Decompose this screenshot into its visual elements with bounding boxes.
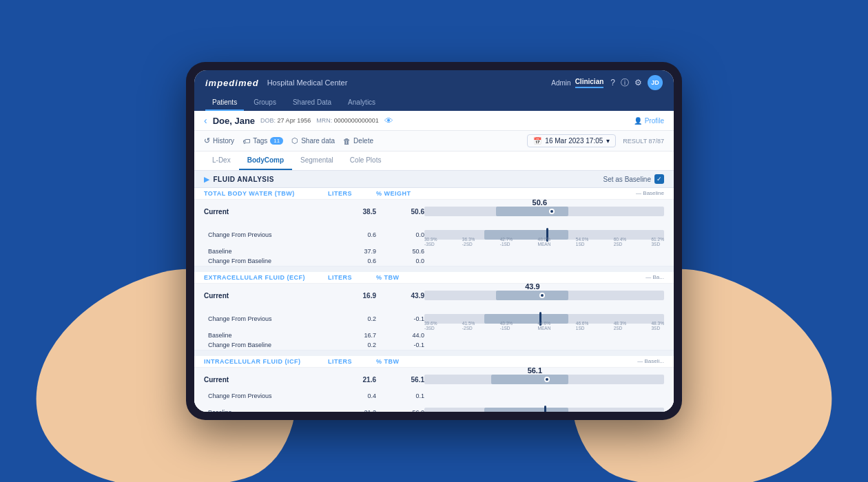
icf-section: Intracellular Fluid (ICF) LITERS % TBW —…	[194, 356, 674, 412]
nav-right: Admin Clinician ? ⓘ ⚙ JD	[551, 75, 663, 90]
ecf-change-base-pct: -0.1	[376, 342, 424, 348]
tab-ldex[interactable]: L-Dex	[204, 151, 239, 170]
ecf-baseline-pct: 44.0	[376, 332, 424, 339]
nav-icons: ? ⓘ ⚙ JD	[610, 75, 663, 90]
icf-current-liters: 21.6	[328, 376, 376, 384]
tbw-change-base-row: Change From Baseline 0.6 0.0	[194, 256, 674, 266]
ecf-scale: 39.6%-3SD 41.5%-2SD 43.3%-1SD 44.6%MEAN …	[424, 321, 664, 331]
tab-cole-plots[interactable]: Cole Plots	[342, 151, 390, 170]
share-icon: ⬡	[291, 136, 298, 145]
ecf-value-label: 43.9	[525, 282, 539, 291]
icf-change-prev-liters: 0.4	[328, 392, 376, 399]
back-button[interactable]: ‹	[204, 115, 207, 126]
date-selector[interactable]: 📅 16 Mar 2023 17:05 ▾	[527, 134, 616, 147]
history-icon: ↺	[204, 136, 210, 145]
nav-left: impedimed Hospital Medical Center	[205, 78, 347, 88]
tab-segmental[interactable]: Segmental	[292, 151, 342, 170]
clinician-label[interactable]: Clinician	[575, 78, 604, 88]
baseline-control: Set as Baseline ✓	[603, 174, 665, 184]
tab-bodycomp[interactable]: BodyComp	[239, 151, 292, 170]
icf-chart: 56.1	[424, 369, 664, 390]
tbw-baseline-label: Baseline	[204, 248, 328, 255]
tab-patients[interactable]: Patients	[205, 95, 244, 111]
ecf-chart-prev: 39.6%-3SD 41.5%-2SD 43.3%-1SD 44.6%MEAN …	[424, 308, 664, 329]
icf-value-label: 56.1	[528, 366, 542, 375]
tbw-baseline-dot	[549, 209, 555, 214]
tbw-current-liters: 38.5	[328, 208, 376, 216]
tag-icon: 🏷	[242, 137, 250, 145]
tbw-current-row: Current 38.5 50.6 50.6	[194, 200, 674, 223]
tbw-change-prev-label: Change From Previous	[204, 231, 328, 238]
ecf-chart-header: — Ba...	[424, 274, 664, 281]
action-bar: ↺ History 🏷 Tags 11 ⬡ Share data 🗑 D	[194, 131, 674, 151]
section-title: ▶ FLUID ANALYSIS	[204, 176, 274, 183]
history-button[interactable]: ↺ History	[204, 136, 234, 145]
hospital-name: Hospital Medical Center	[267, 78, 348, 87]
tbw-baseline-pct: 50.6	[376, 248, 424, 255]
ecf-change-prev-liters: 0.2	[328, 315, 376, 322]
ecf-chart-mid	[496, 291, 568, 300]
share-data-button[interactable]: ⬡ Share data	[291, 136, 335, 145]
nav-mode: Admin Clinician	[551, 78, 603, 88]
eye-icon[interactable]: 👁	[384, 116, 393, 126]
calendar-icon: 📅	[533, 137, 541, 145]
ecf-current-liters: 16.9	[328, 292, 376, 300]
tbw-change-base-pct: 0.0	[376, 258, 424, 264]
tbw-current-pct: 50.6	[376, 208, 424, 216]
tbw-chart-prev: 30.9%-3SD 36.3%-2SD 42.7%-1SD 48.0%MEAN …	[424, 224, 664, 245]
section-chevron[interactable]: ▶	[204, 176, 210, 183]
icf-header-row: Intracellular Fluid (ICF) LITERS % TBW —…	[194, 356, 674, 368]
tab-analytics[interactable]: Analytics	[341, 95, 382, 111]
tbw-section: Total Body Water (TBW) LITERS % WEIGHT —…	[194, 188, 674, 266]
brand-logo: impedimed	[205, 78, 259, 88]
icf-name-header: Intracellular Fluid (ICF)	[204, 358, 328, 365]
admin-label[interactable]: Admin	[551, 79, 570, 87]
action-left: ↺ History 🏷 Tags 11 ⬡ Share data 🗑 D	[204, 136, 373, 145]
tbw-chart: 50.6	[424, 201, 664, 222]
ecf-change-prev-label: Change From Previous	[204, 315, 328, 322]
tbw-chart-mid	[496, 207, 568, 216]
icf-chart-mid	[491, 375, 568, 384]
icf-liters-header: LITERS	[328, 358, 376, 365]
patient-dob: DOB: 27 Apr 1956	[260, 117, 311, 124]
patient-header: ‹ Doe, Jane DOB: 27 Apr 1956 MRN: 000000…	[194, 111, 674, 131]
tbw-pct-header: % WEIGHT	[376, 190, 424, 197]
baseline-checkbox[interactable]: ✓	[654, 174, 664, 184]
question-icon[interactable]: ?	[610, 78, 615, 87]
tags-button[interactable]: 🏷 Tags 11	[242, 137, 283, 145]
top-navigation: impedimed Hospital Medical Center Admin …	[194, 70, 674, 95]
tbw-name-header: Total Body Water (TBW)	[204, 190, 328, 197]
icf-baseline-liters: 21.2	[328, 409, 376, 412]
baseline-legend-tbw: — Baseline	[636, 190, 664, 196]
divider-2	[194, 350, 674, 356]
ecf-change-prev-row: Change From Previous 0.2 -0.1 39.6%-3SD …	[194, 307, 674, 331]
icf-baseline-label: Baseline	[204, 409, 328, 412]
tbw-liters-header: LITERS	[328, 190, 376, 197]
icf-change-prev-label: Change From Previous	[204, 392, 328, 399]
ecf-baseline-label: Baseline	[204, 332, 328, 339]
settings-icon[interactable]: ⚙	[634, 78, 642, 87]
icf-pct-header: % TBW	[376, 358, 424, 365]
info-icon[interactable]: ⓘ	[621, 77, 629, 89]
baseline-legend-ecf: — Ba...	[645, 274, 664, 280]
ecf-chart: 43.9	[424, 285, 664, 306]
tab-shared-data[interactable]: Shared Data	[286, 95, 338, 111]
tab-groups[interactable]: Groups	[247, 95, 283, 111]
tags-count: 11	[270, 137, 283, 145]
icf-current-label: Current	[204, 376, 328, 384]
tbw-change-base-liters: 0.6	[328, 258, 376, 264]
ecf-current-pct: 43.9	[376, 292, 424, 300]
tbw-value-label: 50.6	[533, 198, 547, 207]
avatar[interactable]: JD	[648, 75, 663, 90]
tablet-device: impedimed Hospital Medical Center Admin …	[186, 62, 682, 420]
tbw-current-label: Current	[204, 208, 328, 216]
delete-button[interactable]: 🗑 Delete	[343, 137, 373, 145]
icf-current-row: Current 21.6 56.1 56.1	[194, 368, 674, 391]
tbw-change-prev-pct: 0.0	[376, 231, 424, 238]
profile-button[interactable]: 👤 Profile	[634, 117, 664, 125]
baseline-legend-icf: — Baseli...	[637, 358, 664, 364]
patient-name: Doe, Jane	[213, 116, 255, 126]
icf-chart-header: — Baseli...	[424, 358, 664, 365]
ecf-baseline-row: Baseline 16.7 44.0	[194, 331, 674, 340]
delete-icon: 🗑	[343, 137, 351, 145]
